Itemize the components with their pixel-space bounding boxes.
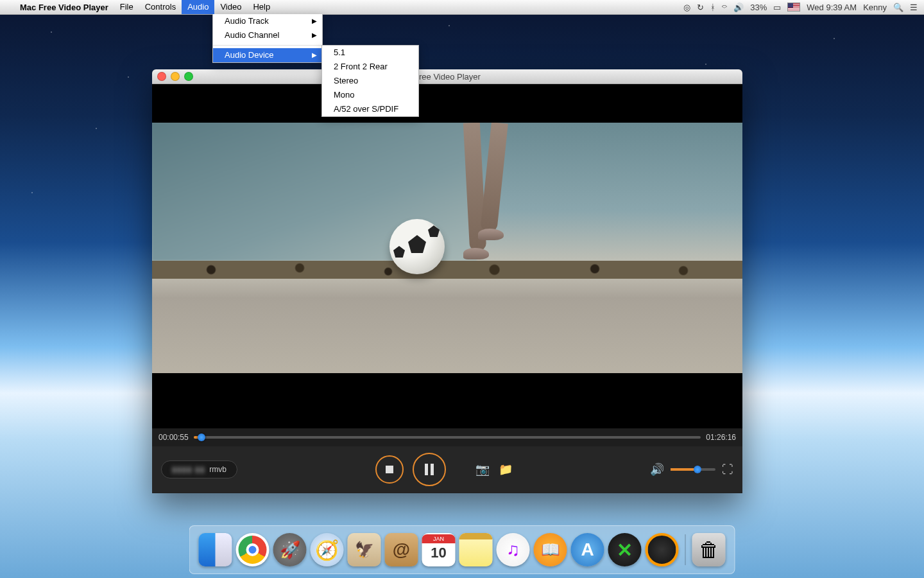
- dock-launchpad[interactable]: [273, 533, 307, 566]
- battery-icon[interactable]: ▭: [773, 3, 781, 12]
- time-elapsed: 00:00:55: [158, 433, 189, 442]
- battery-percent[interactable]: 33%: [750, 3, 767, 12]
- stop-button[interactable]: [375, 455, 404, 484]
- audio-channel-label: Audio Channel: [225, 30, 279, 40]
- menubar: Mac Free Video Player File Controls Audi…: [0, 0, 924, 15]
- audio-channel-item[interactable]: Audio Channel▶: [213, 28, 322, 42]
- user-name[interactable]: Kenny: [863, 3, 887, 12]
- dock: [189, 525, 735, 574]
- accessibility-icon[interactable]: ◎: [683, 3, 690, 12]
- input-flag-icon[interactable]: [787, 3, 800, 12]
- desktop: Mac Free Video Player File Controls Audi…: [0, 0, 924, 578]
- bluetooth-icon[interactable]: ᚼ: [710, 3, 715, 12]
- dock-calendar[interactable]: [422, 533, 456, 566]
- video-frame: [152, 123, 742, 373]
- volume-knob[interactable]: [694, 466, 701, 473]
- dock-divider: [685, 534, 686, 565]
- dock-chrome[interactable]: [236, 533, 270, 566]
- submenu-arrow-icon: ▶: [312, 49, 317, 61]
- audio-dropdown: Audio Track▶ Audio Channel▶ Audio Device…: [212, 14, 323, 63]
- device-stereo[interactable]: Stereo: [322, 74, 418, 88]
- player-window: Free Video Player 00:00:55 01:26:16 ▮▮▮▮…: [152, 69, 742, 493]
- window-title: Free Video Player: [152, 72, 742, 82]
- progress-knob[interactable]: [198, 434, 205, 441]
- file-name-hidden: ▮▮▮▮ ▮▮: [172, 465, 205, 474]
- dock-notes[interactable]: [459, 533, 493, 566]
- dock-ibooks[interactable]: [534, 533, 567, 566]
- snapshot-button[interactable]: 📷: [475, 462, 490, 477]
- dock-finder[interactable]: [199, 533, 232, 566]
- device-2front2rear[interactable]: 2 Front 2 Rear: [322, 60, 418, 74]
- timemachine-icon[interactable]: ↻: [697, 3, 704, 12]
- fullscreen-button[interactable]: ⛶: [722, 463, 733, 477]
- menu-controls[interactable]: Controls: [139, 0, 182, 14]
- audio-device-submenu: 5.1 2 Front 2 Rear Stereo Mono A/52 over…: [321, 45, 419, 117]
- audio-track-label: Audio Track: [225, 16, 269, 26]
- submenu-arrow-icon: ▶: [312, 15, 317, 27]
- file-ext: rmvb: [209, 465, 227, 474]
- app-name[interactable]: Mac Free Video Player: [14, 3, 114, 12]
- dock-mail[interactable]: [348, 533, 381, 566]
- file-chip[interactable]: ▮▮▮▮ ▮▮ rmvb: [161, 460, 237, 478]
- device-mono[interactable]: Mono: [322, 88, 418, 102]
- volume-track[interactable]: [671, 468, 715, 471]
- menu-video[interactable]: Video: [214, 0, 247, 14]
- titlebar[interactable]: Free Video Player: [152, 69, 742, 84]
- mute-button[interactable]: 🔊: [650, 462, 664, 477]
- audio-device-item[interactable]: Audio Device▶: [213, 48, 322, 62]
- spotlight-icon[interactable]: 🔍: [893, 3, 903, 12]
- dock-itunes[interactable]: [497, 533, 530, 566]
- menu-audio[interactable]: Audio: [182, 0, 214, 14]
- volume-icon[interactable]: 🔊: [733, 3, 744, 12]
- control-bar: ▮▮▮▮ ▮▮ rmvb 📷 📁 🔊 ⛶: [152, 446, 742, 493]
- progress-track[interactable]: [194, 436, 701, 439]
- dock-trash[interactable]: [692, 533, 726, 566]
- dock-contacts[interactable]: [385, 533, 418, 566]
- time-total: 01:26:16: [706, 433, 736, 442]
- soccer-ball-graphic: [389, 219, 445, 274]
- device-a52-spdif[interactable]: A/52 over S/PDIF: [322, 102, 418, 116]
- scrub-bar: 00:00:55 01:26:16: [152, 428, 742, 446]
- wifi-icon[interactable]: ⌔: [722, 3, 727, 12]
- clock[interactable]: Wed 9:39 AM: [807, 3, 857, 12]
- notifications-icon[interactable]: ☰: [910, 3, 918, 12]
- dock-safari[interactable]: [311, 533, 344, 566]
- device-5-1[interactable]: 5.1: [322, 46, 418, 60]
- menu-file[interactable]: File: [114, 0, 139, 14]
- dock-app-green[interactable]: [608, 533, 642, 566]
- menu-help[interactable]: Help: [247, 0, 276, 14]
- audio-track-item[interactable]: Audio Track▶: [213, 14, 322, 28]
- dock-appstore[interactable]: [571, 533, 604, 566]
- stop-icon: [386, 466, 393, 473]
- pause-icon: [425, 464, 434, 475]
- submenu-arrow-icon: ▶: [312, 30, 317, 41]
- open-folder-button[interactable]: 📁: [499, 462, 513, 477]
- audio-device-label: Audio Device: [225, 50, 274, 60]
- dock-app-orange[interactable]: [646, 533, 679, 566]
- pause-button[interactable]: [413, 453, 446, 486]
- video-area[interactable]: [152, 84, 742, 428]
- menu-separator: [213, 45, 322, 46]
